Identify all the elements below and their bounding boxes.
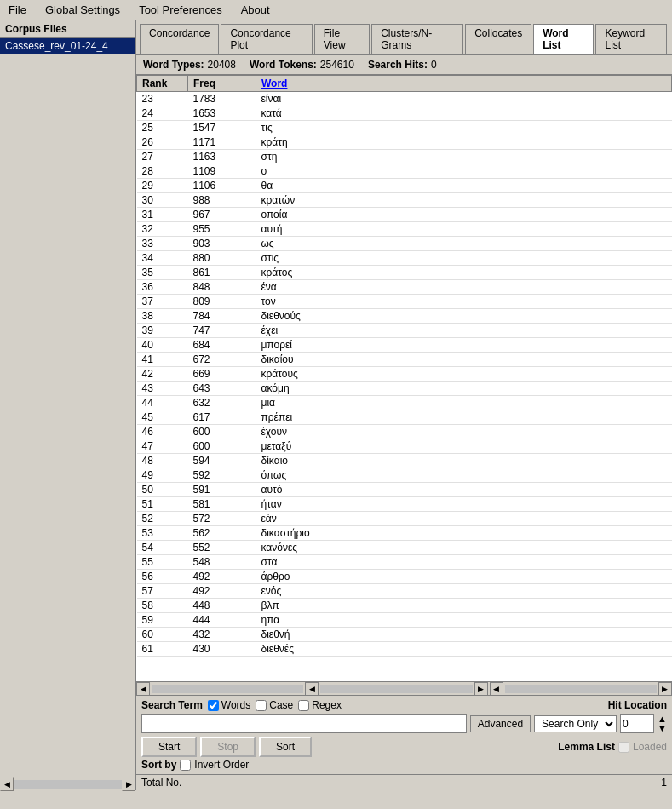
table-row[interactable]: 41 672 δικαίου: [137, 353, 672, 367]
search-only-select[interactable]: Search Only: [534, 715, 617, 732]
table-row[interactable]: 31 967 οποία: [137, 208, 672, 222]
start-button[interactable]: Start: [141, 737, 197, 757]
table-row[interactable]: 34 880 στις: [137, 251, 672, 266]
word-types-value: 20408: [208, 59, 236, 71]
regex-checkbox[interactable]: [298, 700, 309, 711]
left-scrollbar[interactable]: ◀ ▶: [0, 777, 135, 790]
table-row[interactable]: 47 600 μεταξύ: [137, 439, 672, 454]
table-row[interactable]: 27 1163 στη: [137, 150, 672, 164]
table-row[interactable]: 37 809 τον: [137, 295, 672, 309]
table-row[interactable]: 25 1547 τις: [137, 121, 672, 135]
search-term-row: Search Term Words Case Regex Hit Locatio…: [141, 699, 667, 711]
table-row[interactable]: 36 848 ένα: [137, 280, 672, 295]
search-hits-label: Search Hits:: [368, 59, 428, 71]
cell-word: μια: [256, 396, 672, 410]
hscroll-left-btn[interactable]: ◀: [136, 682, 150, 696]
table-row[interactable]: 44 632 μια: [137, 396, 672, 410]
table-row[interactable]: 33 903 ως: [137, 237, 672, 251]
loaded-checkbox[interactable]: [618, 742, 629, 753]
col-word[interactable]: Word: [256, 76, 672, 92]
tab-concordance[interactable]: Concordance: [140, 24, 219, 54]
table-row[interactable]: 29 1106 θα: [137, 179, 672, 193]
col-freq[interactable]: Freq: [188, 76, 256, 92]
table-row[interactable]: 59 444 ηπα: [137, 613, 672, 628]
case-checkbox-group: Case: [256, 699, 293, 711]
table-row[interactable]: 60 432 διεθνή: [137, 628, 672, 642]
table-row[interactable]: 24 1653 κατά: [137, 106, 672, 121]
table-row[interactable]: 45 617 πρέπει: [137, 410, 672, 425]
cell-freq: 430: [188, 642, 256, 657]
hscroll-track-right[interactable]: [320, 685, 472, 693]
table-row[interactable]: 28 1109 ο: [137, 164, 672, 179]
menu-global-settings[interactable]: Global Settings: [40, 2, 125, 18]
menu-file[interactable]: File: [3, 2, 32, 18]
hscroll-far-left-btn[interactable]: ◀: [490, 682, 503, 696]
sort-button[interactable]: Sort: [259, 737, 312, 757]
table-row[interactable]: 26 1171 κράτη: [137, 135, 672, 150]
table-row[interactable]: 57 492 ενός: [137, 584, 672, 599]
word-types-stat: Word Types: 20408: [143, 59, 236, 71]
cell-freq: 492: [188, 584, 256, 599]
cell-freq: 861: [188, 266, 256, 280]
cell-freq: 562: [188, 526, 256, 541]
table-row[interactable]: 50 591 αυτό: [137, 483, 672, 497]
hscroll-far-right-btn[interactable]: ▶: [658, 682, 672, 696]
tab-keyword-list[interactable]: Keyword List: [595, 24, 667, 54]
table-row[interactable]: 55 548 στα: [137, 555, 672, 570]
table-row[interactable]: 46 600 έχουν: [137, 425, 672, 439]
left-scroll-track[interactable]: [14, 780, 122, 789]
table-row[interactable]: 61 430 διεθνές: [137, 642, 672, 657]
table-row[interactable]: 49 592 όπως: [137, 468, 672, 483]
corpus-file[interactable]: Cassese_rev_01-24_4: [0, 38, 135, 54]
table-row[interactable]: 38 784 διεθνούς: [137, 309, 672, 324]
cell-freq: 988: [188, 193, 256, 208]
tab-concordance-plot[interactable]: Concordance Plot: [221, 24, 312, 54]
corpus-label: Corpus Files: [0, 20, 135, 38]
menu-tool-preferences[interactable]: Tool Preferences: [134, 2, 227, 18]
table-row[interactable]: 30 988 κρατών: [137, 193, 672, 208]
table-row[interactable]: 40 684 μπορεί: [137, 338, 672, 353]
table-row[interactable]: 53 562 δικαστήριο: [137, 526, 672, 541]
cell-word: κράτη: [256, 135, 672, 150]
hscroll-mid-btn[interactable]: ◀: [305, 682, 319, 696]
table-row[interactable]: 48 594 δίκαιο: [137, 454, 672, 468]
cell-freq: 1171: [188, 135, 256, 150]
table-row[interactable]: 42 669 κράτους: [137, 367, 672, 382]
words-checkbox[interactable]: [208, 700, 219, 711]
table-row[interactable]: 35 861 κράτος: [137, 266, 672, 280]
hscroll-track-left[interactable]: [152, 685, 303, 693]
invert-order-checkbox[interactable]: [180, 760, 191, 771]
advanced-button[interactable]: Advanced: [470, 715, 531, 732]
hscroll-right-btn[interactable]: ▶: [474, 682, 488, 696]
table-row[interactable]: 52 572 εάν: [137, 512, 672, 526]
word-list-table: Rank Freq Word 23 1783 είναι 24 1653 κατ…: [136, 75, 672, 681]
table-row[interactable]: 54 552 κανόνες: [137, 541, 672, 555]
col-rank[interactable]: Rank: [137, 76, 188, 92]
left-scroll-left[interactable]: ◀: [0, 777, 14, 791]
tab-clusters-ngrams[interactable]: Clusters/N-Grams: [371, 24, 463, 54]
case-checkbox[interactable]: [256, 700, 267, 711]
left-scroll-right[interactable]: ▶: [122, 777, 135, 791]
table-row[interactable]: 23 1783 είναι: [137, 92, 672, 106]
table-row[interactable]: 58 448 βλπ: [137, 599, 672, 613]
cell-word: έχουν: [256, 425, 672, 439]
hit-num-down[interactable]: ▼: [658, 724, 667, 733]
search-input[interactable]: [141, 714, 467, 733]
tab-word-list[interactable]: Word List: [533, 24, 594, 54]
cell-rank: 30: [137, 193, 188, 208]
cell-word: ηπα: [256, 613, 672, 628]
regex-checkbox-group: Regex: [298, 699, 342, 711]
table-row[interactable]: 43 643 ακόμη: [137, 382, 672, 396]
hscroll-track-far[interactable]: [505, 685, 657, 693]
tab-collocates[interactable]: Collocates: [465, 24, 531, 54]
table-row[interactable]: 32 955 αυτή: [137, 222, 672, 237]
menu-about[interactable]: About: [236, 2, 275, 18]
table-row[interactable]: 39 747 έχει: [137, 324, 672, 338]
cell-word: κρατών: [256, 193, 672, 208]
stop-button[interactable]: Stop: [200, 737, 256, 757]
hit-number-input[interactable]: [620, 714, 654, 733]
table-row[interactable]: 51 581 ήταν: [137, 497, 672, 512]
cell-rank: 55: [137, 555, 188, 570]
table-row[interactable]: 56 492 άρθρο: [137, 570, 672, 584]
tab-file-view[interactable]: File View: [314, 24, 370, 54]
